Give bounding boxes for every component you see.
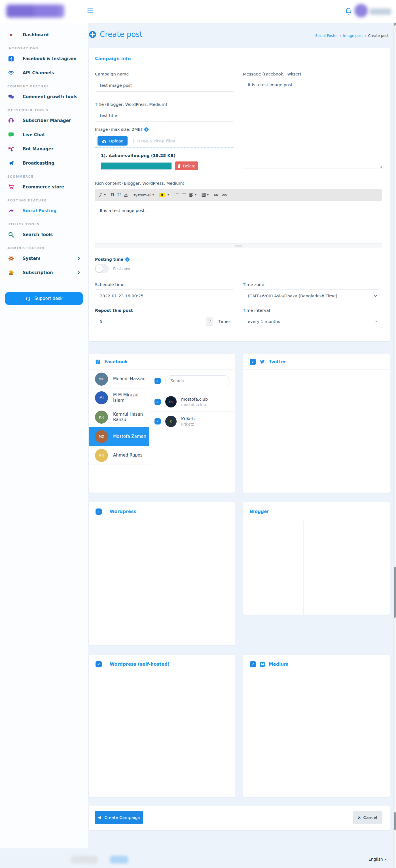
scrollbar-thumb[interactable] [394,812,396,830]
table-dropdown[interactable] [202,193,209,197]
underline-button[interactable]: U [118,192,121,197]
sidebar-item-bot-manager[interactable]: Bot Manager [0,142,88,156]
time-interval-select[interactable]: every 1 months [243,315,382,328]
sidebar-item-search-tools[interactable]: Search Tools [0,227,88,242]
editor-content[interactable]: It is a test image post. [95,201,382,244]
font-color-button[interactable]: A [159,193,165,197]
cart-icon [7,184,15,190]
sidebar-item-subscriber-manager[interactable]: Subscriber Manager [0,114,88,128]
info-icon[interactable]: i [144,127,148,132]
sidebar-item-comment-growth-tools[interactable]: Comment growth tools [0,90,88,104]
scrollbar-thumb[interactable] [394,567,396,618]
image-dropzone[interactable]: Upload Drag & drop files [95,134,234,148]
support-desk-label: Support desk [34,296,62,301]
font-family-dropdown[interactable]: system-ui [133,193,154,197]
chevron-right-icon [77,257,80,260]
support-desk-button[interactable]: Support desk [5,292,83,305]
facebook-page-row[interactable]: ✓ m mostofa.club mostofa.club [150,392,235,412]
wordpress-self-hosted-checkbox[interactable]: ✓ [96,661,102,668]
bold-button[interactable]: B [111,192,114,197]
page-checkbox[interactable]: ✓ [155,418,161,425]
wordpress-checkbox[interactable]: ✓ [96,508,102,515]
sidebar-item-api-channels[interactable]: API Channels [0,66,88,80]
breadcrumb-link-social-poster[interactable]: Social Poster [315,33,338,38]
delete-file-button[interactable]: Delete [175,161,198,170]
editor-resize-handle[interactable] [95,244,382,248]
notification-bell-icon[interactable] [345,7,352,15]
page-scrollbar[interactable] [393,0,396,868]
sidebar-item-dashboard[interactable]: Dashboard [0,28,88,42]
facebook-card: Facebook MH Mehedi Hassan MI M M Mirazul… [89,354,235,493]
user-name[interactable] [370,8,391,15]
schedule-time-input[interactable] [95,289,234,302]
message-label: Message (Facebook, Twitter) [243,72,301,76]
wordpress-card-title: Wordpress [110,509,136,514]
cancel-button[interactable]: × Cancel [353,811,382,824]
create-campaign-button[interactable]: Create Campaign [95,811,143,824]
info-icon[interactable]: i [125,257,130,261]
eraser-button[interactable] [124,193,128,197]
trash-icon [177,164,181,168]
blogger-card-title: Blogger [250,509,269,514]
coins-icon [7,269,15,276]
sidebar-item-label: Ecommerce store [23,184,64,190]
paragraph-align-dropdown[interactable] [189,193,196,197]
upload-progress-bar [101,163,171,169]
time-interval-label: Time interval [243,308,270,313]
blogger-list-pane [243,521,304,615]
sidebar-item-facebook-instagram[interactable]: Facebook & Instagram [0,52,88,66]
wordpress-card: ✓ Wordpress [89,502,235,645]
message-textarea[interactable]: It is a test image post. [243,79,382,169]
font-color-caret[interactable] [168,194,169,195]
facebook-icon [96,360,100,364]
ordered-list-button[interactable] [182,193,186,197]
facebook-account-row[interactable]: MI M M Mirazul Islam [89,389,149,407]
facebook-account-list: MH Mehedi Hassan MI M M Mirazul Islam KR… [89,370,150,493]
breadcrumb-link-image-post[interactable]: Image post [343,33,363,38]
twitter-checkbox[interactable]: ✓ [250,359,256,365]
title-input[interactable] [95,109,234,122]
sidebar-item-system[interactable]: System [0,251,88,266]
select-all-pages-checkbox[interactable]: ✓ [155,378,161,384]
campaign-info-card: Campaign info Campaign name Message (Fac… [89,48,390,341]
repost-count-input[interactable] [95,315,215,328]
facebook-account-row[interactable]: KR Kamrul Hasan Ranzu [89,407,149,427]
campaign-name-input[interactable] [95,79,234,92]
page-checkbox[interactable]: ✓ [155,399,161,405]
unordered-list-button[interactable] [174,193,179,197]
page-search-input[interactable] [166,378,230,383]
campaign-name-label: Campaign name [95,72,129,76]
sidebar-item-label: Comment growth tools [23,94,77,99]
link-button[interactable] [214,193,219,197]
facebook-page-row[interactable]: ✓ K KriKetz kriketz [150,412,235,431]
language-selector[interactable]: English [368,857,387,862]
footer-copyright-badge [71,856,98,864]
sidebar-item-ecommerce-store[interactable]: Ecommerce store [0,180,88,194]
repost-unit-addon: Times [215,315,234,328]
magic-style-button[interactable] [99,193,106,197]
sidebar-item-label: Facebook & Instagram [23,56,76,61]
medium-checkbox[interactable]: ✓ [250,661,256,668]
sidebar-section-messenger-tools: MESSENGER TOOLS [7,108,80,112]
number-stepper[interactable] [206,317,213,326]
post-now-toggle[interactable] [95,264,108,273]
facebook-account-row[interactable]: AR Ahmed Rupos [89,446,149,465]
sidebar-section-integrations: INTEGRATIONS [7,46,80,50]
sidebar-section-utility-tools: UTILITY TOOLS [7,222,80,226]
facebook-account-row[interactable]: MH Mehedi Hassan [89,370,149,389]
sidebar-section-administration: ADMINISTRATION [7,246,80,250]
code-view-button[interactable]: </> [221,193,228,197]
upload-button[interactable]: Upload [98,136,128,146]
sidebar-item-social-posting[interactable]: Social Posting [0,204,88,218]
schedule-time-label: Schedule time [95,282,125,287]
sidebar-item-broadcasting[interactable]: Broadcasting [0,156,88,170]
sidebar-section-posting-feature: POSTING FEATURE [7,198,80,202]
timezone-select[interactable]: (GMT+6:00) Asia/Dhaka (Bangladesh Time) [243,289,382,302]
hamburger-menu-icon[interactable] [87,8,93,14]
sidebar-item-live-chat[interactable]: Live Chat [0,128,88,142]
user-avatar[interactable] [354,4,368,18]
sidebar-item-subscription[interactable]: Subscription [0,266,88,280]
breadcrumb: Social Poster / Image post / Create post [315,33,389,38]
sidebar-item-label: Social Posting [23,208,57,213]
facebook-account-row-selected[interactable]: MZ Mostofa Zaman [89,427,149,446]
